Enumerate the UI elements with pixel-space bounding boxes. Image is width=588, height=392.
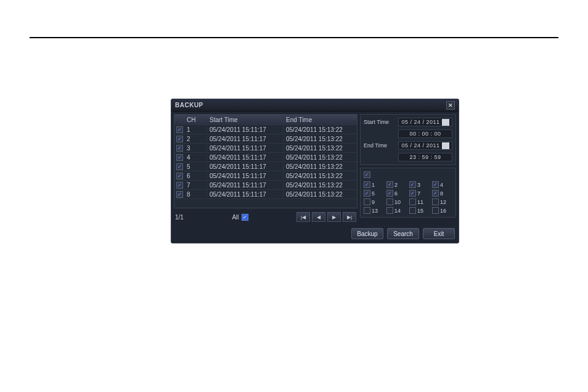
channel-number: 13	[372, 208, 378, 214]
filter-pane: Start Time 05 / 24 / 2011 00 : 00 : 00 E…	[360, 114, 456, 223]
channel-checkbox[interactable]: ✓	[386, 190, 393, 197]
cell-ch: 4	[184, 154, 206, 161]
cell-start: 05/24/2011 15:11:17	[206, 154, 283, 161]
backup-button[interactable]: Backup	[351, 228, 383, 239]
row-checkbox[interactable]: ✓	[176, 163, 183, 170]
channel-number: 2	[394, 182, 398, 188]
exit-button[interactable]: Exit	[423, 228, 455, 239]
channel-cell: 11	[409, 198, 430, 205]
channel-cell[interactable]: ✓5	[364, 190, 384, 197]
table-row[interactable]: ✓105/24/2011 15:11:1705/24/2011 15:13:22	[174, 125, 357, 134]
table-header: CH Start Time End Time	[174, 115, 357, 125]
channel-cell[interactable]: ✓2	[386, 181, 407, 188]
col-start: Start Time	[206, 116, 283, 123]
start-time-input[interactable]: 00 : 00 : 00	[398, 129, 452, 138]
end-date-input[interactable]: 05 / 24 / 2011	[398, 141, 452, 150]
channel-cell[interactable]: ✓1	[364, 181, 384, 188]
end-time-input[interactable]: 23 : 59 : 59	[398, 153, 452, 161]
all-label: All	[232, 214, 239, 221]
document-divider	[30, 37, 558, 38]
select-all-checkbox[interactable]: ✓	[242, 214, 248, 221]
channel-number: 3	[417, 182, 420, 188]
prev-page-button[interactable]: ◀	[312, 212, 325, 222]
cell-end: 05/24/2011 15:13:22	[283, 126, 357, 133]
channel-number: 4	[440, 182, 443, 188]
row-checkbox[interactable]: ✓	[176, 173, 183, 179]
channel-checkbox[interactable]: ✓	[409, 181, 416, 188]
col-end: End Time	[283, 116, 357, 123]
channel-number: 10	[394, 199, 401, 205]
cell-ch: 1	[184, 126, 206, 133]
channel-checkbox	[364, 207, 370, 214]
last-page-button[interactable]: ▶|	[343, 212, 356, 222]
row-checkbox[interactable]: ✓	[176, 154, 183, 161]
channel-cell[interactable]: ✓7	[409, 190, 430, 197]
table-row[interactable]: ✓605/24/2011 15:11:1705/24/2011 15:13:22	[174, 171, 357, 180]
channel-number: 14	[394, 208, 401, 214]
time-panel: Start Time 05 / 24 / 2011 00 : 00 : 00 E…	[360, 114, 456, 165]
results-table: CH Start Time End Time ✓105/24/2011 15:1…	[174, 114, 357, 208]
cell-start: 05/24/2011 15:11:17	[206, 182, 283, 189]
channel-cell: 14	[386, 207, 407, 214]
channel-checkbox[interactable]: ✓	[386, 181, 393, 188]
channel-number: 1	[372, 182, 375, 188]
cell-ch: 2	[184, 136, 206, 142]
channel-cell: 12	[432, 198, 452, 205]
row-checkbox[interactable]: ✓	[176, 191, 183, 198]
next-page-button[interactable]: ▶	[327, 212, 341, 222]
window-title: BACKUP	[175, 102, 203, 108]
channel-checkbox	[409, 198, 416, 205]
channel-number: 16	[440, 208, 446, 214]
cell-end: 05/24/2011 15:13:22	[283, 173, 357, 179]
channel-checkbox	[432, 198, 439, 205]
row-checkbox[interactable]: ✓	[176, 145, 183, 152]
cell-start: 05/24/2011 15:11:17	[206, 136, 283, 142]
channel-cell[interactable]: ✓4	[432, 181, 452, 188]
dialog-footer: Backup Search Exit	[171, 226, 459, 243]
channel-checkbox	[386, 198, 393, 205]
channel-number: 11	[417, 199, 423, 205]
channel-checkbox[interactable]: ✓	[364, 190, 370, 197]
cell-end: 05/24/2011 15:13:22	[283, 154, 357, 161]
table-row[interactable]: ✓505/24/2011 15:11:1705/24/2011 15:13:22	[174, 161, 357, 171]
channel-checkbox[interactable]: ✓	[432, 181, 439, 188]
calendar-icon[interactable]	[442, 142, 449, 149]
channel-number: 5	[372, 190, 375, 197]
row-checkbox[interactable]: ✓	[176, 182, 183, 189]
close-icon[interactable]: ✕	[446, 101, 455, 110]
channel-checkbox[interactable]: ✓	[432, 190, 439, 197]
table-row[interactable]: ✓305/24/2011 15:11:1705/24/2011 15:13:22	[174, 143, 357, 152]
channel-panel: ✓ ✓1✓2✓3✓4✓5✓6✓7✓8910111213141516	[360, 168, 456, 218]
table-row[interactable]: ✓805/24/2011 15:11:1705/24/2011 15:13:22	[174, 189, 357, 198]
channel-checkbox[interactable]: ✓	[364, 181, 370, 188]
cell-end: 05/24/2011 15:13:22	[283, 145, 357, 152]
channel-number: 7	[417, 190, 420, 197]
channel-cell: 15	[409, 207, 430, 214]
cell-end: 05/24/2011 15:13:22	[283, 182, 357, 189]
channel-number: 12	[440, 199, 446, 205]
col-ch: CH	[184, 116, 206, 123]
calendar-icon[interactable]	[442, 119, 449, 126]
channel-checkbox[interactable]: ✓	[409, 190, 416, 197]
channel-number: 8	[440, 190, 443, 197]
cell-ch: 5	[184, 163, 206, 170]
table-row[interactable]: ✓205/24/2011 15:11:1705/24/2011 15:13:22	[174, 134, 357, 143]
all-channels-checkbox[interactable]: ✓	[364, 171, 370, 178]
start-date-input[interactable]: 05 / 24 / 2011	[398, 118, 452, 126]
cell-start: 05/24/2011 15:11:17	[206, 145, 283, 152]
channel-checkbox	[386, 207, 393, 214]
first-page-button[interactable]: |◀	[296, 212, 310, 222]
channel-cell[interactable]: ✓3	[409, 181, 430, 188]
table-row[interactable]: ✓405/24/2011 15:11:1705/24/2011 15:13:22	[174, 152, 357, 161]
cell-start: 05/24/2011 15:11:17	[206, 163, 283, 170]
start-time-label: Start Time	[364, 119, 396, 125]
search-button[interactable]: Search	[387, 228, 419, 239]
channel-grid: ✓1✓2✓3✓4✓5✓6✓7✓8910111213141516	[364, 181, 452, 214]
table-row[interactable]: ✓705/24/2011 15:11:1705/24/2011 15:13:22	[174, 180, 357, 189]
channel-cell[interactable]: ✓8	[432, 190, 452, 197]
row-checkbox[interactable]: ✓	[176, 136, 183, 142]
row-checkbox[interactable]: ✓	[176, 126, 183, 133]
page-indicator: 1/1	[175, 214, 184, 221]
channel-cell[interactable]: ✓6	[386, 190, 407, 197]
cell-end: 05/24/2011 15:13:22	[283, 163, 357, 170]
